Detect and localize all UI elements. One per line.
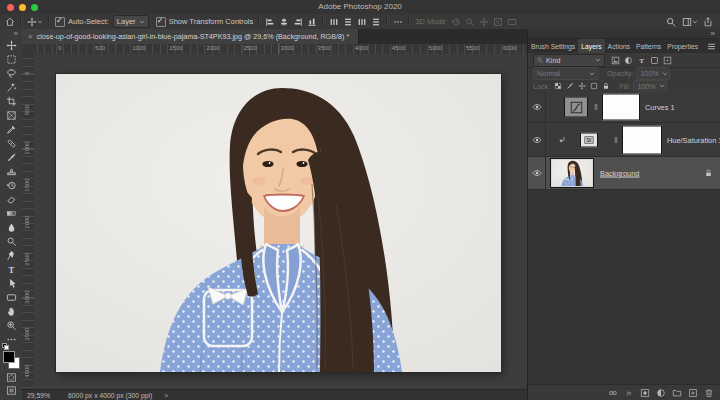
tool-preset-chevron-icon[interactable] (37, 19, 43, 25)
fill-field[interactable]: 100% (633, 80, 667, 93)
layer-name[interactable]: Hue/Saturation 1 (667, 135, 720, 144)
layer-visibility-toggle[interactable] (528, 123, 546, 156)
new-group-icon[interactable] (672, 388, 682, 398)
filter-type-layers-icon[interactable] (637, 56, 646, 65)
layer-effects-icon[interactable] (624, 388, 634, 398)
delete-layer-icon[interactable] (704, 388, 714, 398)
filter-smart-objects-icon[interactable] (663, 56, 672, 65)
tab-patterns[interactable]: Patterns (633, 39, 664, 53)
lasso-tool[interactable] (0, 66, 22, 80)
screen-mode-button[interactable] (0, 384, 22, 397)
new-adjustment-layer-icon[interactable] (656, 388, 666, 398)
lock-transparency-icon[interactable] (554, 82, 562, 90)
crop-tool[interactable] (0, 94, 22, 108)
chevron-down-icon[interactable] (37, 19, 43, 25)
lock-position-icon[interactable] (578, 82, 586, 90)
filter-kind-dropdown[interactable]: Kind (533, 54, 605, 67)
default-colors-icon[interactable] (2, 343, 9, 349)
close-tab-icon[interactable]: × (28, 32, 33, 41)
status-chevron[interactable]: > (164, 392, 168, 399)
lock-artboard-icon[interactable] (590, 82, 598, 90)
mask-link-icon[interactable] (612, 135, 620, 145)
gradient-tool[interactable] (0, 206, 22, 220)
layer-visibility-toggle[interactable] (528, 92, 546, 122)
tab-layers[interactable]: Layers (578, 39, 604, 53)
tab-properties[interactable]: Properties (664, 39, 701, 53)
layer-row-hue-saturation-1[interactable]: Hue/Saturation 1 (528, 123, 720, 157)
adjustment-thumbnail[interactable] (564, 97, 588, 118)
layer-visibility-toggle[interactable] (528, 157, 546, 189)
filter-shape-layers-icon[interactable] (650, 56, 659, 65)
new-layer-icon[interactable] (688, 388, 698, 398)
auto-select-checkbox[interactable] (55, 17, 65, 27)
history-brush-tool[interactable] (0, 178, 22, 192)
frame-tool[interactable] (0, 108, 22, 122)
rectangle-tool[interactable] (0, 290, 22, 304)
lock-all-icon[interactable] (602, 82, 610, 90)
home-button[interactable] (5, 17, 15, 27)
pen-tool[interactable] (0, 248, 22, 262)
search-button[interactable] (666, 17, 676, 27)
search-icon[interactable] (666, 17, 676, 27)
workspace-icon[interactable] (682, 17, 692, 27)
toolbar-collapse-button[interactable]: » (14, 29, 22, 38)
blend-mode-dropdown[interactable]: Normal (533, 67, 599, 80)
layer-name[interactable]: Curves 1 (645, 103, 675, 112)
zoom-level-field[interactable]: 29,59% (27, 392, 50, 399)
distribute-center-icon[interactable] (343, 17, 353, 27)
distribute-left-icon[interactable] (329, 17, 339, 27)
more-align-options-button[interactable] (393, 17, 403, 27)
dock-collapse-button[interactable]: » (528, 29, 720, 39)
filter-pixel-layers-icon[interactable] (611, 56, 620, 65)
foreground-color-swatch[interactable] (3, 351, 15, 363)
opacity-field[interactable]: 100% (636, 67, 670, 80)
path-selection-tool[interactable] (0, 276, 22, 290)
layer-name[interactable]: Background (600, 169, 639, 178)
spot-healing-brush-tool[interactable] (0, 136, 22, 150)
layer-row-background[interactable]: Background (528, 157, 720, 190)
adjustment-thumbnail[interactable] (580, 132, 598, 147)
quick-mask-button[interactable] (0, 371, 22, 384)
auto-select-target-dropdown[interactable]: Layer (113, 15, 149, 28)
layer-thumbnail[interactable] (551, 159, 593, 187)
layer-mask-thumbnail[interactable] (602, 94, 640, 121)
type-tool[interactable] (0, 262, 22, 276)
tab-actions[interactable]: Actions (605, 39, 633, 53)
share-button[interactable] (703, 17, 713, 27)
layer-mask-thumbnail[interactable] (622, 125, 662, 154)
color-swatches[interactable] (2, 349, 20, 371)
align-center-icon[interactable] (279, 17, 289, 27)
document-tab[interactable]: × close-up-of-good-looking-asian-girl-in… (22, 29, 359, 44)
align-bottom-icon[interactable] (307, 17, 317, 27)
panel-menu-button[interactable] (703, 39, 720, 53)
dodge-tool[interactable] (0, 234, 22, 248)
brush-tool[interactable] (0, 150, 22, 164)
lock-image-icon[interactable] (566, 82, 574, 90)
workspace-switcher-button[interactable] (682, 17, 692, 27)
current-tool-icon[interactable] (27, 17, 37, 27)
chevron-down-icon[interactable] (692, 19, 698, 25)
move-tool-icon[interactable] (27, 17, 37, 27)
link-layers-icon[interactable] (608, 388, 618, 398)
show-transform-checkbox[interactable] (156, 17, 166, 27)
workspace-chevron-icon[interactable] (692, 19, 698, 25)
align-left-icon[interactable] (265, 17, 275, 27)
share-icon[interactable] (703, 17, 713, 27)
blur-tool[interactable] (0, 220, 22, 234)
canvas-workarea[interactable] (34, 54, 528, 390)
hand-tool[interactable] (0, 304, 22, 318)
align-right-icon[interactable] (293, 17, 303, 27)
home-icon[interactable] (5, 17, 15, 27)
mask-link-icon[interactable] (592, 102, 600, 112)
add-layer-mask-icon[interactable] (640, 388, 650, 398)
clone-stamp-tool[interactable] (0, 164, 22, 178)
object-selection-tool[interactable] (0, 80, 22, 94)
tab-brush-settings[interactable]: Brush Settings (528, 39, 578, 53)
eraser-tool[interactable] (0, 192, 22, 206)
zoom-tool[interactable] (0, 318, 22, 332)
canvas-image[interactable] (56, 74, 501, 372)
move-tool[interactable] (0, 38, 22, 52)
filter-adjustment-layers-icon[interactable] (624, 56, 633, 65)
distribute-right-icon[interactable] (357, 17, 367, 27)
distribute-bottom-icon[interactable] (371, 17, 381, 27)
